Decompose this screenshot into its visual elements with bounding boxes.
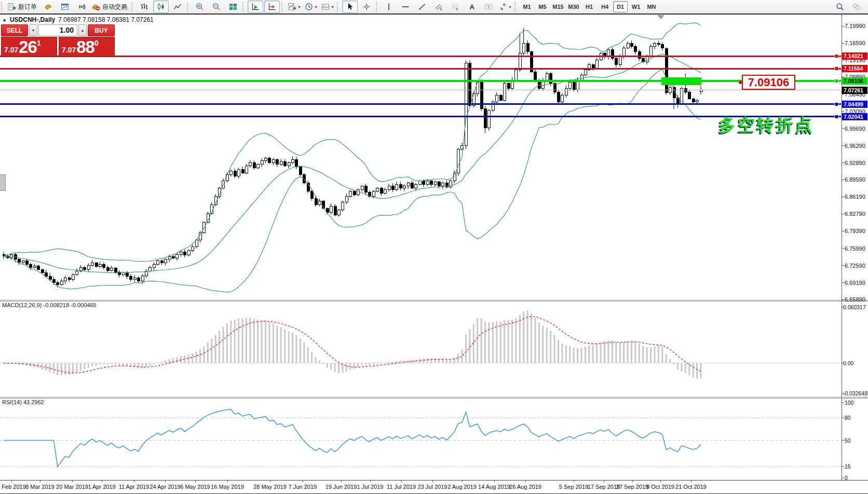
- new-order-button[interactable]: 新订单: [6, 1, 39, 13]
- horizontal-lines[interactable]: [0, 54, 841, 119]
- timeframe-d1-button[interactable]: D1: [613, 1, 628, 12]
- pivot-text-annotation[interactable]: 多空转折点: [718, 114, 815, 137]
- svg-text:0.00: 0.00: [843, 360, 854, 366]
- macd-pane: [0, 311, 841, 379]
- templates-icon: [321, 3, 330, 11]
- chart-title: ▲ USDCNH-,Daily 7.06987 7.08158 7.06381 …: [2, 16, 154, 23]
- svg-text:7.09106: 7.09106: [844, 78, 863, 84]
- search-button[interactable]: [832, 1, 848, 13]
- svg-text:2 Aug 2019: 2 Aug 2019: [447, 484, 477, 490]
- svg-text:0.060317: 0.060317: [843, 304, 866, 310]
- timeframe-mn-button[interactable]: MN: [644, 1, 659, 12]
- volume-down-button[interactable]: ▼: [29, 24, 37, 36]
- svg-text:19 Jun 2019: 19 Jun 2019: [326, 484, 357, 490]
- trendline-button[interactable]: [414, 1, 430, 13]
- svg-text:26 Aug 2019: 26 Aug 2019: [509, 484, 541, 490]
- chart-left-grip[interactable]: [0, 174, 6, 191]
- bar-chart-button[interactable]: [137, 1, 152, 13]
- timeframe-w1-button[interactable]: W1: [629, 1, 643, 12]
- toolbar-group: [247, 0, 280, 13]
- svg-text:7.07261: 7.07261: [844, 87, 863, 93]
- svg-text:6 May 2019: 6 May 2019: [180, 484, 210, 490]
- chart-window-button[interactable]: [57, 1, 73, 13]
- svg-text:A: A: [470, 3, 475, 11]
- horizontal-line-button[interactable]: [398, 1, 413, 13]
- autotrading-button-label: 自动交易: [101, 3, 128, 11]
- svg-text:28 May 2019: 28 May 2019: [253, 484, 287, 490]
- rsi-label: RSI(14) 43.2962: [2, 399, 44, 405]
- candlestick-chart-button[interactable]: [153, 1, 169, 13]
- timeframe-m5-button[interactable]: M5: [535, 1, 550, 12]
- text-button[interactable]: A: [464, 1, 480, 13]
- volume-input[interactable]: 1.00: [38, 24, 77, 36]
- chat-button[interactable]: [849, 1, 864, 13]
- chevron-down-icon[interactable]: ▾: [509, 5, 511, 9]
- shapes-button[interactable]: ▾: [497, 1, 513, 13]
- crosshair-button[interactable]: [359, 1, 374, 13]
- signal-icon: [77, 3, 86, 11]
- sell-price-display[interactable]: 7.07 26 1: [1, 37, 57, 57]
- price-level-box[interactable]: 7.09106: [742, 75, 795, 90]
- chevron-down-icon[interactable]: ▾: [331, 5, 333, 9]
- svg-text:6.92890: 6.92890: [845, 160, 865, 166]
- indicator-axis: 0.0603170.00-0.0326481008050150: [842, 304, 867, 481]
- zoom-in-button[interactable]: [192, 1, 208, 13]
- candlesticks: [3, 28, 702, 287]
- fibonacci-button[interactable]: F: [447, 1, 463, 13]
- chat-icon: [852, 3, 861, 11]
- svg-text:1 Jul 2019: 1 Jul 2019: [357, 484, 384, 490]
- svg-text:7.16590: 7.16590: [845, 40, 865, 46]
- sell-button[interactable]: SELL: [1, 24, 28, 36]
- chevron-down-icon[interactable]: ▾: [298, 5, 300, 9]
- buy-button[interactable]: BUY: [88, 24, 115, 36]
- zoom-out-button[interactable]: [209, 1, 224, 13]
- search-icon: [836, 3, 844, 11]
- autotrading-button[interactable]: 自动交易: [90, 1, 130, 13]
- chevron-down-icon[interactable]: ▾: [315, 5, 317, 9]
- chart-shift-marker: [657, 15, 664, 19]
- volume-up-button[interactable]: ▲: [78, 24, 87, 36]
- line-chart-button[interactable]: [170, 1, 185, 13]
- periods-button[interactable]: ▾: [303, 1, 319, 13]
- vline-icon: [385, 3, 393, 11]
- toolbar-grip: [187, 2, 191, 11]
- svg-text:-0.032648: -0.032648: [843, 390, 867, 396]
- shapes-icon: [499, 3, 507, 11]
- timeframe-h4-button[interactable]: H4: [598, 1, 612, 12]
- trendline-icon: [418, 3, 426, 11]
- svg-text:24 Apr 2019: 24 Apr 2019: [150, 484, 180, 490]
- indicators-button[interactable]: ▾: [287, 1, 302, 13]
- collapse-arrow-icon[interactable]: ▲: [2, 17, 7, 22]
- crosshair-icon: [362, 3, 371, 11]
- toolbar-group: [136, 0, 186, 13]
- buy-price-point: 0: [94, 39, 99, 47]
- channel-button[interactable]: E: [431, 1, 446, 13]
- svg-text:8 Mar 2019: 8 Mar 2019: [25, 484, 55, 490]
- market-watch-button[interactable]: [40, 1, 56, 13]
- chart-canvas[interactable]: 7.199907.165907.131907.098907.064907.030…: [0, 0, 868, 494]
- buy-price-pips: 88: [76, 39, 94, 55]
- signals-button[interactable]: [74, 1, 89, 13]
- auto-scroll-button[interactable]: [248, 1, 263, 13]
- sell-price-pips: 26: [19, 39, 37, 55]
- tile-windows-button[interactable]: [225, 1, 241, 13]
- timeframe-m15-button[interactable]: M15: [551, 1, 565, 12]
- timeframe-m1-button[interactable]: M1: [520, 1, 534, 12]
- chart-shift-button[interactable]: [264, 1, 280, 13]
- buy-price-display[interactable]: 7.07 88 0: [59, 37, 115, 57]
- svg-text:6.99690: 6.99690: [845, 126, 865, 132]
- label-button[interactable]: T: [481, 1, 496, 13]
- vertical-line-button[interactable]: [381, 1, 397, 13]
- new-order-icon: [8, 3, 16, 11]
- toolbar-grip: [281, 2, 285, 11]
- templates-button[interactable]: ▾: [320, 1, 335, 13]
- svg-text:6.79390: 6.79390: [845, 228, 865, 234]
- sell-price-prefix: 7.07: [4, 45, 18, 55]
- timeframe-h1-button[interactable]: H1: [582, 1, 596, 12]
- toolbar-grip: [131, 2, 135, 11]
- timeframe-m30-button[interactable]: M30: [566, 1, 581, 12]
- svg-text:T: T: [487, 5, 490, 9]
- cursor-button[interactable]: [342, 1, 358, 13]
- macd-label: MACD(12,26,9) -0.008218 -0.000465: [2, 302, 97, 308]
- periods-icon: [305, 3, 313, 11]
